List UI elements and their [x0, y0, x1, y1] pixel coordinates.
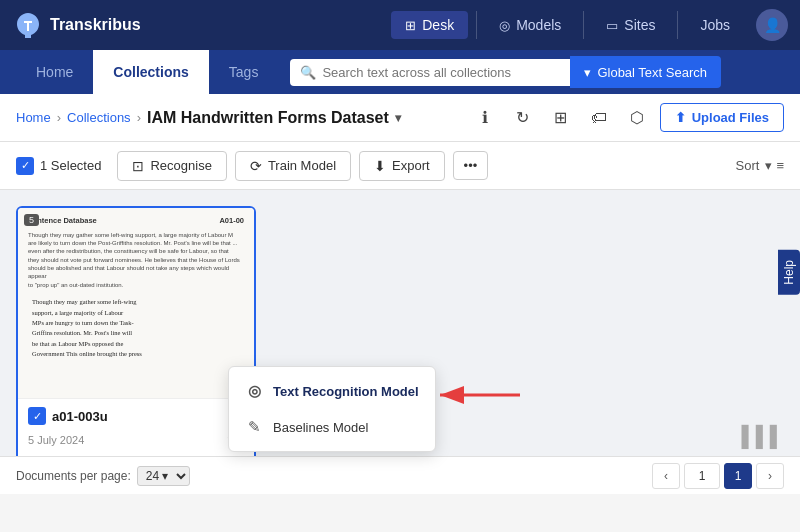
tag-icon[interactable]: 🏷 — [584, 103, 614, 133]
grid-icon[interactable]: ⊞ — [546, 103, 576, 133]
next-page-button[interactable]: › — [756, 463, 784, 489]
nav-tab-jobs[interactable]: Jobs — [686, 11, 744, 39]
nav-tab-models[interactable]: ◎ Models — [485, 11, 575, 39]
document-date: 5 July 2024 — [28, 434, 84, 446]
nav-divider-3 — [677, 11, 678, 39]
tab-collections[interactable]: Collections — [93, 50, 208, 94]
help-button[interactable]: Help — [778, 250, 800, 295]
recognise-icon: ⊡ — [132, 158, 144, 174]
second-navigation: Home Collections Tags 🔍 ▾ Global Text Se… — [0, 50, 800, 94]
transkribus-logo-icon — [12, 9, 44, 41]
search-input[interactable] — [322, 65, 560, 80]
red-arrow-icon — [430, 380, 530, 410]
breadcrumb-collections[interactable]: Collections — [67, 110, 131, 125]
tab-tags[interactable]: Tags — [209, 50, 279, 94]
pagination-bar: Documents per page: 24 ▾ 48 96 ‹ 1 › — [0, 456, 800, 494]
document-text-preview: Sentence Database A01-00 Though they may… — [18, 208, 254, 368]
sort-button[interactable]: ▾ ≡ — [765, 158, 784, 173]
document-card: 5 Sentence Database A01-00 Though they m… — [16, 206, 256, 478]
document-handwriting-preview: Though they may gather some left-wing su… — [28, 297, 244, 359]
refresh-icon[interactable]: ↻ — [508, 103, 538, 133]
train-model-button[interactable]: ⟳ Train Model — [235, 151, 351, 181]
document-card-footer: ✓ a01-003u ℹ 5 July 2024 ••• — [18, 398, 254, 455]
search-icon: 🔍 — [300, 65, 316, 80]
info-icon[interactable]: ℹ — [470, 103, 500, 133]
tab-home[interactable]: Home — [16, 50, 93, 94]
pagination-nav: ‹ 1 › — [652, 463, 784, 489]
sites-icon: ▭ — [606, 18, 618, 33]
models-icon: ◎ — [499, 18, 510, 33]
document-preview-image: 5 Sentence Database A01-00 Though they m… — [18, 208, 254, 398]
dropdown-menu: ◎ Text Recognition Model ✎ Baselines Mod… — [228, 366, 436, 452]
desk-icon: ⊞ — [405, 18, 416, 33]
selected-badge: ✓ 1 Selected — [16, 157, 101, 175]
top-navigation: Transkribus ⊞ Desk ◎ Models ▭ Sites Jobs… — [0, 0, 800, 50]
toolbar-icons: ℹ ↻ ⊞ 🏷 ⬡ ⬆ Upload Files — [470, 103, 784, 133]
nav-divider — [476, 11, 477, 39]
logo-text: Transkribus — [50, 16, 141, 34]
user-avatar[interactable]: 👤 — [756, 9, 788, 41]
logo-area[interactable]: Transkribus — [12, 9, 141, 41]
per-page-select[interactable]: 24 ▾ 48 96 — [137, 466, 190, 486]
dropdown-item-baselines[interactable]: ✎ Baselines Model — [229, 409, 435, 445]
per-page-selector: Documents per page: 24 ▾ 48 96 — [16, 466, 190, 486]
document-name: a01-003u — [52, 409, 108, 424]
text-recognition-icon: ◎ — [245, 382, 263, 400]
nav-tab-desk[interactable]: ⊞ Desk — [391, 11, 468, 39]
more-options-button[interactable]: ••• — [453, 151, 489, 180]
dropdown-item-text-recognition[interactable]: ◎ Text Recognition Model — [229, 373, 435, 409]
chevron-down-icon: ▾ — [584, 65, 591, 80]
current-page-button[interactable]: 1 — [724, 463, 752, 489]
arrow-indicator — [430, 380, 530, 410]
waveform-icon: ▌▌▌ — [741, 425, 784, 448]
breadcrumb-home[interactable]: Home — [16, 110, 51, 125]
prev-page-button[interactable]: ‹ — [652, 463, 680, 489]
train-icon: ⟳ — [250, 158, 262, 174]
action-bar: ✓ 1 Selected ⊡ Recognise ⟳ Train Model ⬇… — [0, 142, 800, 190]
sort-direction-icon: ▾ — [765, 158, 772, 173]
document-checkbox[interactable]: ✓ — [28, 407, 46, 425]
filter-icon[interactable]: ⬡ — [622, 103, 652, 133]
title-caret-icon[interactable]: ▾ — [395, 111, 401, 125]
breadcrumb: Home › Collections › IAM Handwritten For… — [16, 109, 470, 127]
page-count-badge: 5 — [24, 214, 39, 226]
preview-text: Though they may gather some left-wing su… — [28, 231, 244, 290]
export-icon: ⬇ — [374, 158, 386, 174]
search-area: 🔍 ▾ Global Text Search — [278, 56, 800, 88]
page-number-input[interactable] — [684, 463, 720, 489]
global-search-button[interactable]: ▾ Global Text Search — [570, 56, 721, 88]
nav-tab-sites[interactable]: ▭ Sites — [592, 11, 669, 39]
recognise-button[interactable]: ⊡ Recognise — [117, 151, 226, 181]
export-button[interactable]: ⬇ Export — [359, 151, 445, 181]
upload-files-button[interactable]: ⬆ Upload Files — [660, 103, 784, 132]
select-all-checkbox[interactable]: ✓ — [16, 157, 34, 175]
sort-area: Sort ▾ ≡ — [736, 158, 784, 173]
sort-list-icon: ≡ — [776, 158, 784, 173]
breadcrumb-sep-1: › — [57, 110, 61, 125]
upload-icon: ⬆ — [675, 110, 686, 125]
baselines-icon: ✎ — [245, 418, 263, 436]
search-box: 🔍 — [290, 59, 570, 86]
preview-id: A01-00 — [219, 216, 244, 227]
breadcrumb-bar: Home › Collections › IAM Handwritten For… — [0, 94, 800, 142]
breadcrumb-sep-2: › — [137, 110, 141, 125]
content-area: 5 Sentence Database A01-00 Though they m… — [0, 190, 800, 494]
nav-divider-2 — [583, 11, 584, 39]
page-title: IAM Handwritten Forms Dataset ▾ — [147, 109, 401, 127]
